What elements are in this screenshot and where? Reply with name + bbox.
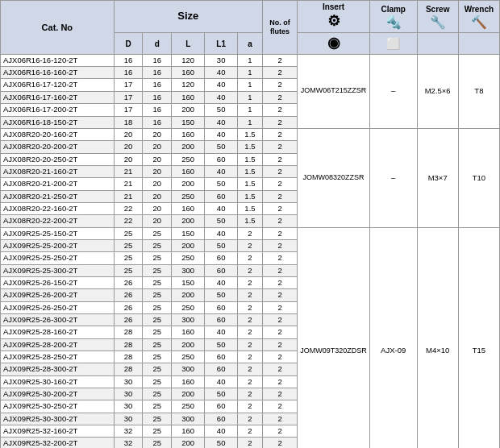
insert-cell: JOMW06T215ZZSR — [298, 54, 370, 128]
cat-no-cell: AJX09R25-28-160-2T — [1, 326, 115, 338]
d2-cell: 25 — [143, 239, 172, 251]
l-cell: 200 — [172, 215, 205, 227]
l-cell: 150 — [172, 227, 205, 239]
l-cell: 250 — [172, 153, 205, 165]
l1-cell: 50 — [205, 438, 238, 448]
cat-no-cell: AJX09R25-32-200-2T — [1, 438, 115, 448]
l1-cell: 40 — [205, 202, 238, 214]
l-cell: 200 — [172, 289, 205, 301]
d-cell: 17 — [114, 79, 143, 91]
d-cell: 25 — [114, 264, 143, 276]
l1-cell: 50 — [205, 141, 238, 153]
l-cell: 250 — [172, 351, 205, 363]
d2-header: d — [143, 33, 172, 54]
d2-cell: 16 — [143, 116, 172, 128]
d2-cell: 20 — [143, 202, 172, 214]
a-cell: 2 — [238, 351, 263, 363]
a-cell: 1.5 — [238, 141, 263, 153]
d-cell: 30 — [114, 375, 143, 388]
d-cell: 16 — [114, 67, 143, 79]
l1-cell: 60 — [205, 314, 238, 326]
a-cell: 1 — [238, 104, 263, 116]
clamp-icon-header: ⬜ — [369, 33, 417, 54]
l1-cell: 40 — [205, 79, 238, 91]
screw-header: Screw 🔧 — [417, 1, 458, 33]
flutes-cell: 2 — [262, 388, 297, 400]
l-cell: 250 — [172, 252, 205, 264]
cat-no-header: Cat. No — [1, 1, 115, 55]
a-cell: 1.5 — [238, 165, 263, 177]
cat-no-cell: AJX06R16-16-160-2T — [1, 67, 115, 79]
flutes-cell: 2 — [262, 276, 297, 288]
table-row: AJX09R25-25-150-2T25251504022JOMW09T320Z… — [1, 227, 500, 239]
l-cell: 150 — [172, 276, 205, 288]
clamp-cell: AJX-09 — [369, 227, 417, 448]
cat-no-cell: AJX09R25-25-150-2T — [1, 227, 115, 239]
l-cell: 160 — [172, 202, 205, 214]
a-cell: 2 — [238, 252, 263, 264]
a-cell: 2 — [238, 438, 263, 448]
cat-no-cell: AJX06R16-17-160-2T — [1, 91, 115, 103]
flutes-cell: 2 — [262, 413, 297, 425]
d2-cell: 16 — [143, 67, 172, 79]
d-cell: 18 — [114, 116, 143, 128]
a-cell: 1.5 — [238, 128, 263, 140]
d-cell: 25 — [114, 239, 143, 251]
wrench-cell: T15 — [458, 227, 499, 448]
l-cell: 200 — [172, 438, 205, 448]
insert-cell: JOMW08320ZZSR — [298, 128, 370, 227]
wrench-header: Wrench 🔨 — [458, 1, 499, 33]
flutes-cell: 2 — [262, 301, 297, 313]
d-cell: 26 — [114, 301, 143, 313]
l1-cell: 50 — [205, 239, 238, 251]
flutes-cell: 2 — [262, 116, 297, 128]
table-row: AJX08R20-20-160-2T2020160401.52JOMW08320… — [1, 128, 500, 140]
cat-no-cell: AJX09R25-30-300-2T — [1, 413, 115, 425]
d-cell: 20 — [114, 153, 143, 165]
l-cell: 160 — [172, 67, 205, 79]
l-cell: 160 — [172, 91, 205, 103]
cat-no-cell: AJX08R20-20-250-2T — [1, 153, 115, 165]
l1-cell: 50 — [205, 338, 238, 351]
l-cell: 200 — [172, 338, 205, 351]
l1-cell: 60 — [205, 264, 238, 276]
d-cell: 17 — [114, 104, 143, 116]
cat-no-cell: AJX08R20-21-200-2T — [1, 178, 115, 190]
a-header: a — [238, 33, 263, 54]
cat-no-cell: AJX09R25-32-160-2T — [1, 425, 115, 438]
cat-no-cell: AJX06R16-18-150-2T — [1, 116, 115, 128]
d-header: D — [114, 33, 143, 54]
d-cell: 20 — [114, 128, 143, 140]
d-cell: 22 — [114, 202, 143, 214]
l-cell: 300 — [172, 413, 205, 425]
d2-cell: 25 — [143, 314, 172, 326]
d2-cell: 16 — [143, 91, 172, 103]
flutes-cell: 2 — [262, 375, 297, 388]
l1-cell: 40 — [205, 227, 238, 239]
a-cell: 2 — [238, 301, 263, 313]
l-header: L — [172, 33, 205, 54]
d2-cell: 25 — [143, 227, 172, 239]
a-cell: 2 — [238, 239, 263, 251]
d2-cell: 20 — [143, 128, 172, 140]
flutes-cell: 2 — [262, 79, 297, 91]
a-cell: 1 — [238, 79, 263, 91]
wrench-cell: T10 — [458, 128, 499, 227]
a-cell: 2 — [238, 413, 263, 425]
clamp-cell: – — [369, 128, 417, 227]
d2-cell: 25 — [143, 301, 172, 313]
flutes-cell: 2 — [262, 91, 297, 103]
screw-cell: M4×10 — [417, 227, 458, 448]
cat-no-cell: AJX08R20-21-160-2T — [1, 165, 115, 177]
d2-cell: 25 — [143, 264, 172, 276]
flutes-cell: 2 — [262, 227, 297, 239]
cat-no-cell: AJX09R25-25-250-2T — [1, 252, 115, 264]
a-cell: 1 — [238, 54, 263, 66]
a-cell: 1.5 — [238, 153, 263, 165]
d2-cell: 20 — [143, 178, 172, 190]
l-cell: 250 — [172, 190, 205, 202]
flutes-cell: 2 — [262, 326, 297, 338]
l-cell: 200 — [172, 239, 205, 251]
a-cell: 1 — [238, 91, 263, 103]
a-cell: 2 — [238, 326, 263, 338]
